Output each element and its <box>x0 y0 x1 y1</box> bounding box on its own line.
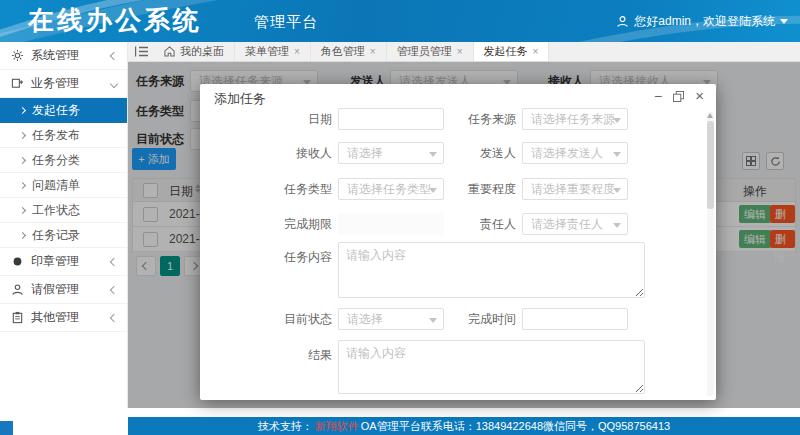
field-label-deadline: 完成期限 <box>256 213 332 235</box>
type-select[interactable]: 请选择任务类型 <box>338 178 444 200</box>
finish-time-input[interactable] <box>522 308 628 330</box>
sidebar-item-other-mgmt[interactable]: 其他管理 <box>0 304 127 332</box>
sidebar-item-label: 其他管理 <box>31 309 79 326</box>
importance-select[interactable]: 请选择重要程度 <box>522 178 628 200</box>
footer-contact: OA管理平台联系电话：13849422648微信同号，QQ958756413 <box>361 419 670 434</box>
tab-close-icon[interactable]: × <box>370 47 376 57</box>
tab-close-icon[interactable]: × <box>533 47 539 57</box>
tab-initiate-task[interactable]: 发起任务 × <box>474 42 550 61</box>
modules-icon <box>10 77 24 91</box>
minimize-icon[interactable]: − <box>654 89 662 103</box>
chevron-left-icon <box>110 313 118 321</box>
deadline-field[interactable] <box>338 213 444 235</box>
tab-role-mgmt[interactable]: 角色管理 × <box>311 42 387 61</box>
sidebar-item-task-record[interactable]: 任务记录 <box>0 223 127 248</box>
receiver-select[interactable]: 请选择 <box>338 142 444 164</box>
sidebar-item-label: 印章管理 <box>31 253 79 270</box>
sidebar-item-business-mgmt[interactable]: 业务管理 <box>0 70 127 98</box>
tab-close-icon[interactable]: × <box>294 47 300 57</box>
sidebar-item-label: 系统管理 <box>31 47 79 64</box>
field-label-status: 目前状态 <box>256 308 332 330</box>
sidebar-item-system-mgmt[interactable]: 系统管理 <box>0 42 127 70</box>
add-task-modal: 添加任务 − × 日期 任务来源 请选择任务来源 接收人 请选择 发送人 请选择… <box>200 84 716 400</box>
tab-admin-mgmt[interactable]: 管理员管理 × <box>387 42 474 61</box>
select-placeholder: 请选择 <box>347 146 383 160</box>
person-icon <box>10 283 24 297</box>
chevron-left-icon <box>110 257 118 265</box>
sidebar-item-issue-list[interactable]: 问题清单 <box>0 173 127 198</box>
field-label-source: 任务来源 <box>440 108 516 130</box>
task-content-textarea[interactable] <box>338 242 645 298</box>
user-menu-caret-icon <box>780 19 788 24</box>
select-caret-icon <box>613 152 621 157</box>
field-label-type: 任务类型 <box>256 178 332 200</box>
select-caret-icon <box>613 118 621 123</box>
arrow-right-icon <box>19 156 26 163</box>
field-label-finish-time: 完成时间 <box>440 308 516 330</box>
tab-label: 管理员管理 <box>397 44 452 59</box>
app-logo: 在线办公系统 <box>28 3 202 38</box>
select-caret-icon <box>429 152 437 157</box>
select-placeholder: 请选择责任人 <box>531 217 603 231</box>
sidebar-item-leave-mgmt[interactable]: 请假管理 <box>0 276 127 304</box>
seal-icon <box>10 255 24 269</box>
scrollbar-up-icon[interactable] <box>707 113 713 118</box>
field-label-content: 任务内容 <box>256 246 332 268</box>
modal-scrollbar[interactable] <box>707 112 714 396</box>
source-select[interactable]: 请选择任务来源 <box>522 108 628 130</box>
field-label-importance: 重要程度 <box>440 178 516 200</box>
sidebar-item-label: 任务分类 <box>32 152 80 169</box>
arrow-right-icon <box>19 231 26 238</box>
tab-label: 发起任务 <box>484 44 528 59</box>
sidebar-item-initiate-task[interactable]: 发起任务 <box>0 98 127 123</box>
select-caret-icon <box>613 188 621 193</box>
field-label-result: 结果 <box>256 344 332 366</box>
status-select[interactable]: 请选择 <box>338 308 444 330</box>
scrollbar-thumb[interactable] <box>707 121 714 209</box>
arrow-right-icon <box>19 131 26 138</box>
sidebar-item-label: 任务发布 <box>32 127 80 144</box>
sidebar-item-seal-mgmt[interactable]: 印章管理 <box>0 248 127 276</box>
select-placeholder: 请选择 <box>347 312 383 326</box>
modal-title: 添加任务 <box>214 90 266 108</box>
sidebar-item-task-release[interactable]: 任务发布 <box>0 123 127 148</box>
tab-label: 菜单管理 <box>245 44 289 59</box>
owner-select[interactable]: 请选择责任人 <box>522 213 628 235</box>
field-label-date: 日期 <box>256 108 332 130</box>
user-menu[interactable]: 您好admin，欢迎登陆系统 <box>616 13 788 29</box>
select-placeholder: 请选择任务来源 <box>531 112 615 126</box>
sidebar-item-work-status[interactable]: 工作状态 <box>0 198 127 223</box>
chevron-left-icon <box>110 285 118 293</box>
select-caret-icon <box>613 223 621 228</box>
tab-label: 我的桌面 <box>180 44 224 59</box>
page-bottom-gap <box>0 408 800 417</box>
menu-fold-icon[interactable] <box>128 42 154 61</box>
sidebar-item-label: 问题清单 <box>32 177 80 194</box>
tab-menu-mgmt[interactable]: 菜单管理 × <box>235 42 311 61</box>
chevron-down-icon <box>110 79 118 87</box>
result-textarea[interactable] <box>338 340 645 394</box>
gear-icon <box>10 49 24 63</box>
sidebar-item-label: 发起任务 <box>32 102 80 119</box>
footer-vendor: 新翔软件 <box>315 419 359 434</box>
top-header: 在线办公系统 管理平台 您好admin，欢迎登陆系统 <box>0 0 800 42</box>
chevron-left-icon <box>110 51 118 59</box>
tab-bar: 我的桌面 菜单管理 × 角色管理 × 管理员管理 × 发起任务 × <box>128 42 800 62</box>
tab-close-icon[interactable]: × <box>457 47 463 57</box>
home-icon <box>164 46 175 57</box>
bottom-left-accent <box>0 421 13 435</box>
sidebar-item-task-category[interactable]: 任务分类 <box>0 148 127 173</box>
platform-subtitle: 管理平台 <box>254 13 318 32</box>
sender-select[interactable]: 请选择发送人 <box>522 142 628 164</box>
sidebar-item-label: 任务记录 <box>32 227 80 244</box>
user-icon <box>616 15 629 28</box>
footer-bar: 技术支持： 新翔软件 OA管理平台联系电话：13849422648微信同号，QQ… <box>128 417 800 435</box>
maximize-icon[interactable] <box>673 91 684 102</box>
close-icon[interactable]: × <box>695 89 704 103</box>
date-input[interactable] <box>338 108 444 130</box>
field-label-owner: 责任人 <box>440 213 516 235</box>
tab-my-desktop[interactable]: 我的桌面 <box>154 42 235 61</box>
sidebar-item-label: 请假管理 <box>31 281 79 298</box>
sidebar-item-label: 工作状态 <box>32 202 80 219</box>
select-placeholder: 请选择任务类型 <box>347 182 431 196</box>
